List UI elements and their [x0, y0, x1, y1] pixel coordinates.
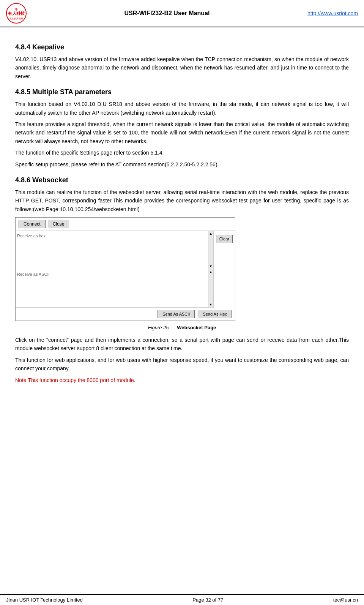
section-486-body-before: This module can realize the function of …: [15, 188, 349, 213]
footer-company: Jinan USR IOT Technology Limited: [6, 597, 83, 603]
header-title: USR-WIFI232-B2 User Manual: [27, 10, 307, 17]
receive-hex-area[interactable]: Receive as hex: [16, 231, 208, 269]
page-footer: Jinan USR IOT Technology Limited Page 32…: [0, 594, 364, 605]
receive-ascii-label: Receive as ASCII: [17, 272, 50, 276]
section-485-heading: 4.8.5 Multiple STA parameters: [15, 88, 349, 96]
demo-left-panels: Receive as hex ▲ ▼ Receive as ASCII ▲ ▼: [16, 231, 213, 308]
figure-caption: Figure 25 Websocket Page: [15, 325, 349, 330]
company-logo-icon: ® 有人科技 有人在认真做事！: [6, 3, 27, 24]
logo-area: ® 有人科技 有人在认真做事！: [6, 3, 27, 24]
receive-ascii-panel: Receive as ASCII ▲ ▼: [16, 269, 213, 308]
header-link[interactable]: http://www.usriot.com: [307, 10, 358, 16]
section-484-body: V4.02.10. USR13 and above version of the…: [15, 55, 349, 81]
receive-ascii-area[interactable]: Receive as ASCII: [16, 269, 208, 307]
websocket-demo: Connect Close Receive as hex ▲ ▼: [15, 217, 235, 321]
demo-bottom-controls: Send As ASCII Send As Hex: [16, 308, 235, 321]
footer-email: tec@usr.cn: [333, 597, 358, 603]
scroll-up-arrow2: ▲: [209, 270, 213, 274]
section-485-body-1: This feature provides a signal threshold…: [15, 120, 349, 145]
receive-hex-scrollbar[interactable]: ▲ ▼: [208, 231, 213, 269]
clear-button[interactable]: Clear: [216, 235, 233, 243]
section-486-body-after-1: This function for web applications, and …: [15, 356, 349, 373]
demo-top-controls: Connect Close: [16, 218, 235, 231]
footer-page: Page 32 of 77: [192, 597, 223, 603]
section-486-body-after-0: Click on the "connect" page and then imp…: [15, 336, 349, 353]
section-485-body-0: This function based on V4.02.10 D.U SR18…: [15, 100, 349, 117]
scroll-down-arrow: ▼: [209, 264, 213, 268]
svg-text:有人在认真做事！: 有人在认真做事！: [7, 17, 25, 20]
section-486-heading: 4.8.6 Websocket: [15, 176, 349, 184]
send-ascii-button[interactable]: Send As ASCII: [158, 310, 195, 318]
receive-hex-label: Receive as hex: [17, 234, 46, 238]
main-content: 4.8.4 Keepalive V4.02.10. USR13 and abov…: [0, 32, 364, 384]
figure-number: Figure 25: [148, 325, 169, 330]
figure-title: Websocket Page: [177, 325, 216, 330]
section-484-heading: 4.8.4 Keepalive: [15, 43, 349, 51]
note-text: Note:This function occupy the 8000 port …: [15, 376, 349, 384]
receive-hex-panel: Receive as hex ▲ ▼: [16, 231, 213, 269]
section-485-body-2: The function of the specific Settings pa…: [15, 148, 349, 157]
close-button[interactable]: Close: [48, 220, 69, 228]
scroll-down-arrow2: ▼: [209, 303, 213, 306]
receive-ascii-scrollbar[interactable]: ▲ ▼: [208, 269, 213, 307]
section-485-body-3: Specific setup process, please refer to …: [15, 160, 349, 169]
scroll-up-arrow: ▲: [209, 232, 213, 235]
page-header: ® 有人科技 有人在认真做事！ USR-WIFI232-B2 User Manu…: [0, 0, 364, 27]
demo-panels-wrapper: Receive as hex ▲ ▼ Receive as ASCII ▲ ▼: [16, 231, 235, 308]
send-hex-button[interactable]: Send As Hex: [198, 310, 232, 318]
connect-button[interactable]: Connect: [19, 220, 46, 228]
svg-text:有人科技: 有人科技: [8, 11, 25, 16]
demo-right-sidebar: Clear: [213, 231, 235, 308]
